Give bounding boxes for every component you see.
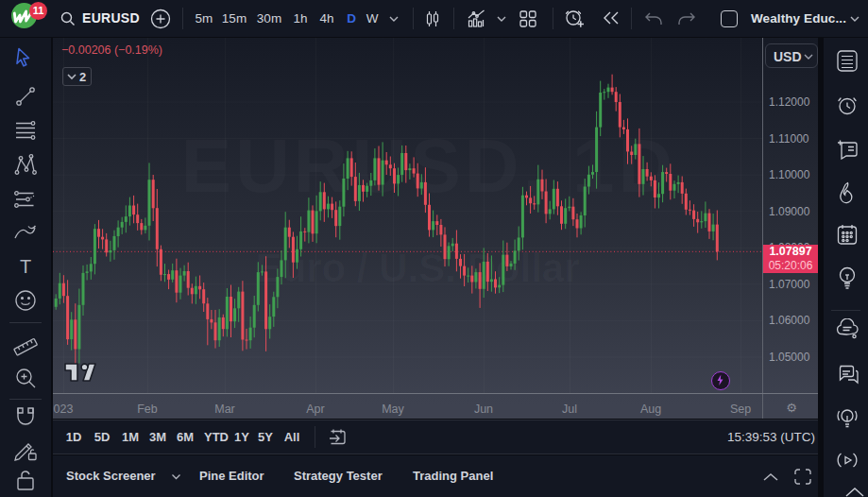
svg-text:2: 2	[79, 70, 86, 84]
